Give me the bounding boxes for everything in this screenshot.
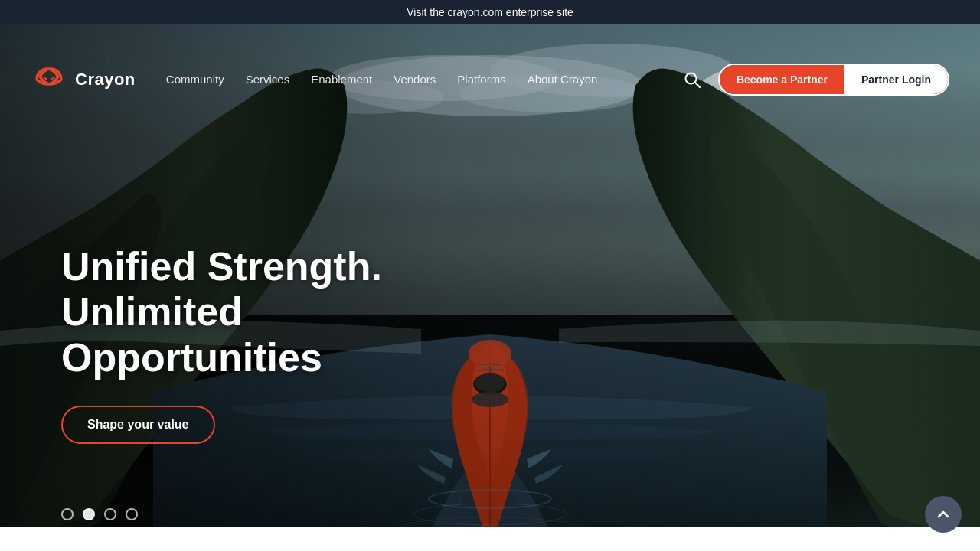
slide-dot-4[interactable] [126, 508, 138, 520]
nav-item-enablement[interactable]: Enablement [311, 73, 372, 86]
crayon-logo-icon [31, 66, 67, 93]
become-partner-button[interactable]: Become a Partner [720, 65, 844, 94]
nav-links: Community Services Enablement Vendors Pl… [166, 73, 598, 86]
hero-cta-button[interactable]: Shape your value [61, 406, 215, 444]
nav-link-services[interactable]: Services [246, 73, 290, 86]
slide-dot-1[interactable] [61, 508, 74, 520]
nav-link-enablement[interactable]: Enablement [311, 73, 372, 86]
nav-left: Crayon Community Services Enablement Ven… [31, 66, 597, 93]
nav-item-about[interactable]: About Crayon [528, 73, 598, 86]
slide-dot-2[interactable] [83, 508, 95, 520]
search-icon [684, 71, 701, 88]
hero-content: Unified Strength. Unlimited Opportunitie… [61, 244, 459, 444]
svg-line-15 [695, 83, 700, 87]
nav-item-community[interactable]: Community [166, 73, 224, 86]
nav-link-community[interactable]: Community [166, 73, 224, 86]
logo-link[interactable]: Crayon [31, 66, 136, 93]
slide-dot-3[interactable] [104, 508, 116, 520]
nav-item-vendors[interactable]: Vendors [394, 73, 436, 86]
arrow-up-icon [936, 507, 951, 522]
logo-text: Crayon [75, 70, 136, 90]
navbar: Crayon Community Services Enablement Ven… [0, 49, 980, 110]
search-button[interactable] [678, 66, 706, 93]
nav-right: Become a Partner Partner Login [678, 64, 949, 96]
cta-button-group: Become a Partner Partner Login [718, 64, 949, 96]
announcement-text: Visit the crayon.com enterprise site [407, 6, 573, 18]
scroll-to-top-button[interactable] [925, 496, 962, 533]
bottom-bar [0, 527, 980, 551]
hero-title: Unified Strength. Unlimited Opportunitie… [61, 244, 459, 381]
hero-section: Crayon Community Services Enablement Ven… [0, 24, 980, 551]
partner-login-button[interactable]: Partner Login [844, 65, 948, 94]
nav-item-platforms[interactable]: Platforms [457, 73, 505, 86]
nav-link-platforms[interactable]: Platforms [457, 73, 505, 86]
slide-dots [61, 508, 138, 520]
nav-link-vendors[interactable]: Vendors [394, 73, 436, 86]
nav-link-about[interactable]: About Crayon [528, 73, 598, 86]
nav-item-services[interactable]: Services [246, 73, 290, 86]
announcement-bar: Visit the crayon.com enterprise site [0, 0, 980, 24]
